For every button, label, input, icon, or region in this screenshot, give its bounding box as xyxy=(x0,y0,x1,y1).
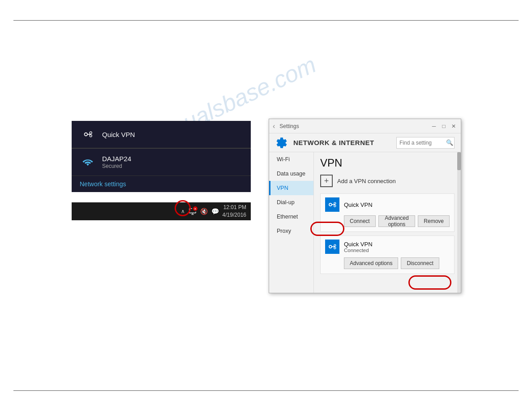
disconnect-button[interactable]: Disconnect xyxy=(401,257,439,269)
system-tray-expand[interactable]: ∧ xyxy=(181,208,185,214)
vpn-entry-1-name: Quick VPN xyxy=(344,201,373,208)
add-vpn-button[interactable]: + xyxy=(320,175,333,187)
scroll-indicator[interactable] xyxy=(457,152,461,293)
vpn-entry-2-icon xyxy=(325,240,339,254)
taskbar-bar: ∧ 🔇 💬 12:01 PM 4/19/2016 xyxy=(72,202,251,220)
titlebar-controls: ─ □ ✕ xyxy=(430,123,457,130)
maximize-button[interactable]: □ xyxy=(440,123,447,130)
taskbar-icons-area: ∧ 🔇 💬 12:01 PM 4/19/2016 xyxy=(181,204,246,219)
svg-point-3 xyxy=(90,135,92,137)
search-icon: 🔍 xyxy=(446,139,455,146)
add-vpn-label: Add a VPN connection xyxy=(337,178,396,184)
vpn-entry-2-status: Connected xyxy=(344,248,373,253)
sidebar-item-vpn[interactable]: VPN xyxy=(269,181,313,195)
taskbar-wifi-status: Secured xyxy=(102,163,131,169)
vpn-icon-left xyxy=(80,126,96,142)
sidebar-item-proxy[interactable]: Proxy xyxy=(269,224,313,238)
taskbar-panel-content: Quick VPN DAJAP24 Secured Network settin… xyxy=(72,121,251,192)
top-border xyxy=(13,20,519,21)
settings-header: NETWORK & INTERNET 🔍 xyxy=(269,133,461,152)
bottom-border xyxy=(13,390,519,391)
remove-button[interactable]: Remove xyxy=(418,215,450,227)
advanced-options-button-2[interactable]: Advanced options xyxy=(344,257,398,269)
vpn-entry-2-info: Quick VPN Connected xyxy=(344,241,373,253)
connect-button[interactable]: Connect xyxy=(344,215,376,227)
vpn-entry-2: Quick VPN Connected Advanced options Dis… xyxy=(320,235,455,274)
scroll-thumb[interactable] xyxy=(457,152,461,170)
vpn-entry-1: Quick VPN Connect Advanced options Remov… xyxy=(320,193,455,232)
taskbar-item-text-wifi: DAJAP24 Secured xyxy=(102,155,131,169)
taskbar-clock: 12:01 PM 4/19/2016 xyxy=(223,204,246,219)
vpn-entry-1-header: Quick VPN xyxy=(321,194,454,215)
svg-point-2 xyxy=(90,132,92,134)
vpn-page-title: VPN xyxy=(320,157,455,169)
network-tray-icon[interactable] xyxy=(189,207,197,215)
gear-icon xyxy=(275,137,288,149)
taskbar-vpn-name: Quick VPN xyxy=(102,131,135,138)
svg-point-8 xyxy=(329,203,332,206)
volume-tray-icon[interactable]: 🔇 xyxy=(200,208,208,215)
svg-point-10 xyxy=(334,202,336,204)
settings-back-button[interactable]: ‹ xyxy=(273,122,275,130)
settings-titlebar: ‹ Settings ─ □ ✕ xyxy=(269,119,461,133)
settings-window-title: Settings xyxy=(279,123,430,129)
settings-search-input[interactable] xyxy=(397,140,446,146)
network-error-badge xyxy=(192,206,198,212)
taskbar-item-quickvpn[interactable]: Quick VPN xyxy=(72,121,251,148)
vpn-entry-2-actions: Advanced options Disconnect xyxy=(321,257,454,274)
vpn-entry-1-actions: Connect Advanced options Remove xyxy=(321,215,454,231)
notification-tray-icon[interactable]: 💬 xyxy=(211,208,219,215)
vpn-entry-2-name: Quick VPN xyxy=(344,241,373,248)
settings-window: ‹ Settings ─ □ ✕ NETWORK & INTERNET 🔍 Wi… xyxy=(269,119,461,293)
settings-body: Wi-Fi Data usage VPN Dial-up Ethernet Pr… xyxy=(269,152,461,293)
sidebar-item-ethernet[interactable]: Ethernet xyxy=(269,210,313,224)
svg-point-11 xyxy=(334,205,336,207)
sidebar-item-dialup[interactable]: Dial-up xyxy=(269,195,313,210)
close-button[interactable]: ✕ xyxy=(450,123,457,130)
add-vpn-row[interactable]: + Add a VPN connection xyxy=(320,175,455,187)
svg-point-12 xyxy=(329,245,332,248)
taskbar-item-text-vpn: Quick VPN xyxy=(102,131,135,138)
settings-main: VPN + Add a VPN connection xyxy=(314,152,461,293)
taskbar-item-wifi[interactable]: DAJAP24 Secured xyxy=(72,149,251,176)
vpn-entry-1-icon xyxy=(325,197,339,212)
vpn-entry-1-info: Quick VPN xyxy=(344,201,373,208)
settings-header-title: NETWORK & INTERNET xyxy=(293,139,391,146)
svg-point-14 xyxy=(334,244,336,246)
taskbar-date-value: 4/19/2016 xyxy=(223,211,246,219)
taskbar-wifi-name: DAJAP24 xyxy=(102,155,131,163)
minimize-button[interactable]: ─ xyxy=(430,123,438,130)
taskbar-network-panel: Quick VPN DAJAP24 Secured Network settin… xyxy=(72,121,251,192)
vpn-entry-2-header: Quick VPN Connected xyxy=(321,236,454,257)
taskbar-time-value: 12:01 PM xyxy=(223,204,246,211)
svg-point-15 xyxy=(334,247,336,249)
network-settings-link[interactable]: Network settings xyxy=(72,176,251,192)
svg-point-0 xyxy=(85,133,88,136)
sidebar-item-data-usage[interactable]: Data usage xyxy=(269,167,313,181)
settings-search-box[interactable]: 🔍 xyxy=(396,137,455,149)
sidebar-item-wifi[interactable]: Wi-Fi xyxy=(269,152,313,167)
wifi-icon-left xyxy=(80,154,96,170)
settings-sidebar: Wi-Fi Data usage VPN Dial-up Ethernet Pr… xyxy=(269,152,314,293)
advanced-options-button-1[interactable]: Advanced options xyxy=(378,215,416,227)
